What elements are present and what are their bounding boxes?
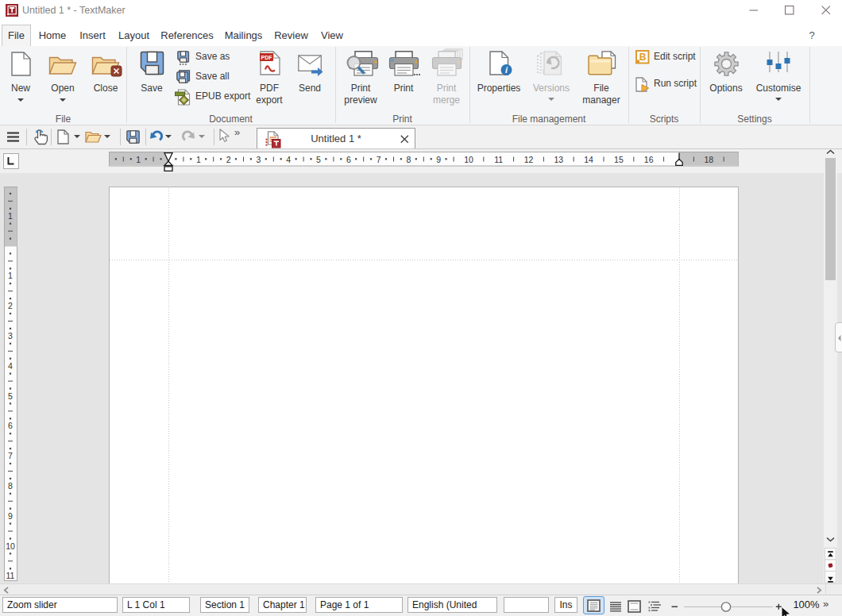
svg-text:10: 10 xyxy=(464,155,473,164)
svg-text:11: 11 xyxy=(6,571,15,580)
svg-text:4: 4 xyxy=(286,155,291,164)
svg-text:1: 1 xyxy=(8,271,13,280)
svg-text:7: 7 xyxy=(8,451,13,460)
svg-text:6: 6 xyxy=(8,421,13,430)
svg-text:B: B xyxy=(639,52,647,63)
svg-text:1: 1 xyxy=(8,211,13,221)
svg-text:13: 13 xyxy=(554,155,563,164)
svg-text:16: 16 xyxy=(644,155,654,164)
svg-text:18: 18 xyxy=(704,155,713,164)
svg-text:PDF: PDF xyxy=(261,55,273,60)
svg-text:9: 9 xyxy=(8,511,13,521)
svg-text:8: 8 xyxy=(406,155,411,164)
svg-text:4: 4 xyxy=(8,361,13,371)
svg-text:3: 3 xyxy=(256,155,261,164)
svg-text:9: 9 xyxy=(436,155,441,164)
svg-text:15: 15 xyxy=(614,155,624,164)
svg-text:11: 11 xyxy=(494,155,503,164)
svg-text:14: 14 xyxy=(584,155,593,164)
svg-text:7: 7 xyxy=(377,155,381,164)
svg-text:2: 2 xyxy=(8,301,13,310)
svg-text:6: 6 xyxy=(346,155,351,164)
svg-text:8: 8 xyxy=(8,481,13,491)
svg-text:2: 2 xyxy=(226,155,231,164)
svg-text:12: 12 xyxy=(524,155,534,164)
svg-text:10: 10 xyxy=(6,541,15,551)
svg-text:1: 1 xyxy=(196,155,201,164)
svg-text:3: 3 xyxy=(8,331,13,341)
svg-text:5: 5 xyxy=(316,155,321,164)
svg-text:5: 5 xyxy=(8,391,13,401)
svg-text:1: 1 xyxy=(136,155,141,164)
